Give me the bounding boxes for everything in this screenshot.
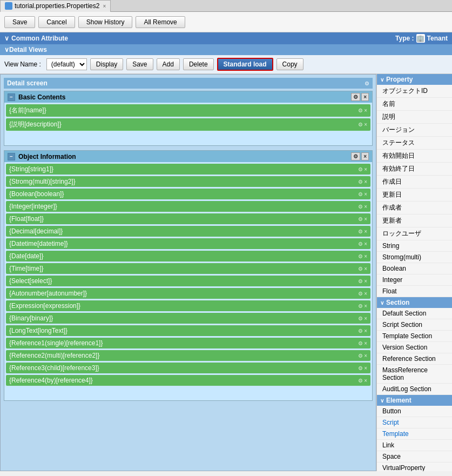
field-remove-icon[interactable]: ×: [364, 241, 367, 247]
property-item[interactable]: 作成日: [377, 176, 452, 189]
property-item[interactable]: 有効開始日: [377, 150, 452, 163]
section-item[interactable]: Reference Section: [377, 353, 452, 365]
property-item[interactable]: String: [377, 240, 452, 252]
all-remove-button[interactable]: All Remove: [136, 16, 185, 28]
show-history-button[interactable]: Show History: [78, 16, 133, 28]
section-settings-icon[interactable]: ⚙: [351, 152, 360, 160]
property-item[interactable]: ステータス: [377, 137, 452, 150]
field-settings-icon[interactable]: ⚙: [358, 108, 363, 113]
tab-properties2[interactable]: tutorial.properties.Properties2 ×: [0, 0, 111, 12]
section-settings-icon[interactable]: ⚙: [351, 93, 360, 101]
field-remove-icon[interactable]: ×: [364, 291, 367, 297]
property-item[interactable]: オブジェクトID: [377, 85, 452, 98]
field-settings-icon[interactable]: ⚙: [358, 179, 363, 185]
tab-label: tutorial.properties.Properties2: [15, 2, 99, 10]
field-settings-icon[interactable]: ⚙: [358, 241, 363, 247]
field-settings-icon[interactable]: ⚙: [358, 303, 363, 309]
field-settings-icon[interactable]: ⚙: [358, 316, 363, 321]
section-close-icon[interactable]: ×: [361, 93, 369, 101]
field-remove-icon[interactable]: ×: [364, 365, 367, 371]
field-settings-icon[interactable]: ⚙: [358, 253, 363, 259]
add-button[interactable]: Add: [157, 58, 180, 70]
field-remove-icon[interactable]: ×: [364, 204, 367, 210]
field-settings-icon[interactable]: ⚙: [358, 166, 363, 172]
field-remove-icon[interactable]: ×: [364, 179, 367, 185]
field-settings-icon[interactable]: ⚙: [358, 365, 363, 371]
field-remove-icon[interactable]: ×: [364, 216, 367, 222]
property-item[interactable]: 作成者: [377, 202, 452, 214]
property-item[interactable]: 更新者: [377, 214, 452, 227]
element-item[interactable]: Link: [377, 440, 452, 451]
field-label: {Reference2(multi)[reference2]}: [9, 352, 99, 359]
property-item[interactable]: 説明: [377, 111, 452, 124]
section-item[interactable]: Default Section: [377, 308, 452, 319]
field-remove-icon[interactable]: ×: [364, 328, 367, 334]
property-item[interactable]: 名前: [377, 98, 452, 111]
section-item[interactable]: Template Section: [377, 331, 452, 342]
property-item[interactable]: Boolean: [377, 263, 452, 274]
element-item[interactable]: Template: [377, 428, 452, 440]
field-remove-icon[interactable]: ×: [364, 229, 367, 234]
field-settings-icon[interactable]: ⚙: [358, 122, 363, 128]
field-remove-icon[interactable]: ×: [364, 378, 367, 384]
element-section-header[interactable]: ∨ Element: [377, 395, 452, 406]
field-settings-icon[interactable]: ⚙: [358, 278, 363, 284]
cancel-button[interactable]: Cancel: [38, 16, 75, 28]
property-item[interactable]: Float: [377, 286, 452, 297]
field-label: {Float[float]}: [9, 215, 44, 223]
section-collapse-btn[interactable]: −: [8, 153, 15, 160]
field-label: {名前[name]}: [9, 106, 46, 115]
field-remove-icon[interactable]: ×: [364, 166, 367, 172]
display-button[interactable]: Display: [90, 58, 123, 70]
field-settings-icon[interactable]: ⚙: [358, 204, 363, 210]
section-collapse-btn[interactable]: −: [8, 93, 15, 101]
field-remove-icon[interactable]: ×: [364, 303, 367, 309]
field-remove-icon[interactable]: ×: [364, 316, 367, 321]
property-item[interactable]: Integer: [377, 274, 452, 286]
tab-close-button[interactable]: ×: [103, 3, 106, 9]
standard-load-button[interactable]: Standard load: [217, 58, 273, 71]
section-item[interactable]: MassReference Section: [377, 365, 452, 384]
property-item[interactable]: 有効終了日: [377, 163, 452, 176]
section-item[interactable]: Version Section: [377, 342, 452, 353]
section-item[interactable]: Script Section: [377, 319, 452, 331]
field-remove-icon[interactable]: ×: [364, 278, 367, 284]
element-item[interactable]: Script: [377, 417, 452, 428]
section-item[interactable]: AuditLog Section: [377, 384, 452, 395]
property-section-header[interactable]: ∨ Property: [377, 74, 452, 85]
copy-button[interactable]: Copy: [276, 58, 303, 70]
field-settings-icon[interactable]: ⚙: [358, 353, 363, 359]
element-item[interactable]: Button: [377, 406, 452, 417]
field-settings-icon[interactable]: ⚙: [358, 340, 363, 346]
section-close-icon[interactable]: ×: [361, 152, 369, 160]
element-item[interactable]: Space: [377, 451, 452, 462]
property-item[interactable]: ロックユーザ: [377, 227, 452, 240]
field-settings-icon[interactable]: ⚙: [358, 291, 363, 297]
property-item[interactable]: バージョン: [377, 124, 452, 137]
field-remove-icon[interactable]: ×: [364, 108, 367, 113]
save-button[interactable]: Save: [4, 16, 35, 28]
field-label: {Select[select]}: [9, 277, 52, 285]
field-settings-icon[interactable]: ⚙: [358, 378, 363, 384]
field-remove-icon[interactable]: ×: [364, 122, 367, 128]
tenant-icon: 🏢: [416, 34, 425, 43]
field-label: {String[string1]}: [9, 165, 53, 173]
element-item[interactable]: VirtualProperty: [377, 462, 452, 471]
property-item[interactable]: 更新日: [377, 189, 452, 202]
view-save-button[interactable]: Save: [126, 58, 153, 70]
field-remove-icon[interactable]: ×: [364, 266, 367, 272]
field-settings-icon[interactable]: ⚙: [358, 191, 363, 197]
field-remove-icon[interactable]: ×: [364, 191, 367, 197]
field-settings-icon[interactable]: ⚙: [358, 229, 363, 234]
view-name-select[interactable]: (default): [46, 58, 87, 70]
field-settings-icon[interactable]: ⚙: [358, 328, 363, 334]
field-remove-icon[interactable]: ×: [364, 340, 367, 346]
field-remove-icon[interactable]: ×: [364, 253, 367, 259]
delete-button[interactable]: Delete: [183, 58, 214, 70]
field-remove-icon[interactable]: ×: [364, 353, 367, 359]
field-settings-icon[interactable]: ⚙: [358, 216, 363, 222]
field-settings-icon[interactable]: ⚙: [358, 266, 363, 272]
detail-screen-settings-icon[interactable]: ⚙: [365, 81, 369, 86]
property-item[interactable]: Stromg(multi): [377, 252, 452, 263]
section-section-header[interactable]: ∨ Section: [377, 297, 452, 308]
